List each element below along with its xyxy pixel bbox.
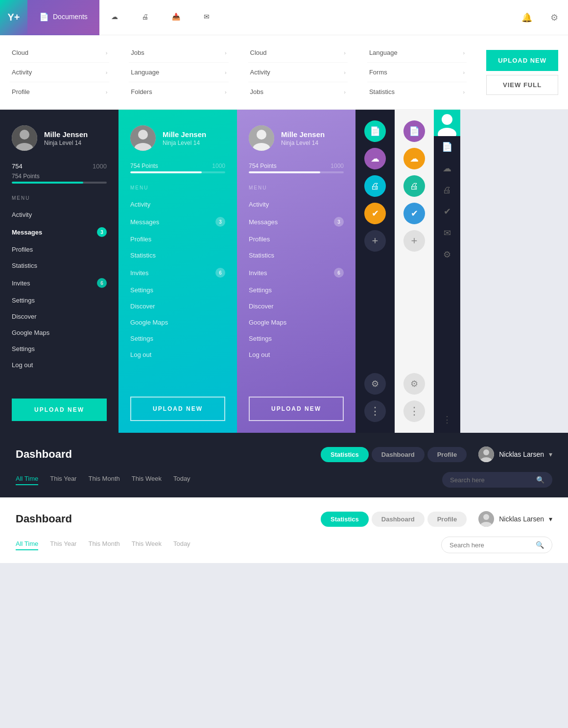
tab-dashboard-dark[interactable]: Dashboard: [372, 447, 425, 462]
icon-check2-btn[interactable]: ✔: [403, 203, 425, 224]
search-icon-dark[interactable]: 🔍: [536, 476, 544, 484]
rs-gear-icon[interactable]: ⚙: [434, 244, 460, 265]
upload-btn-dark[interactable]: UPLOAD NEW: [12, 399, 107, 421]
icon-more-btn[interactable]: ⋮: [364, 400, 386, 422]
icon-gear-right-btn[interactable]: ⚙: [403, 373, 425, 395]
menu-item-settings2-teal[interactable]: Settings: [130, 330, 225, 347]
menu-item-messages-purple[interactable]: Messages 3: [249, 212, 344, 231]
dropdown-item-activity2[interactable]: Activity›: [248, 63, 348, 82]
icon-doc2-btn[interactable]: 📄: [403, 120, 425, 142]
rs-cloud-icon[interactable]: ☁: [434, 158, 460, 179]
icon-add2-btn[interactable]: +: [403, 230, 425, 252]
dropdown-item-cloud2[interactable]: Cloud›: [248, 43, 348, 63]
menu-item-activity-dark[interactable]: Activity: [12, 207, 107, 223]
menu-item-settings-purple[interactable]: Settings: [249, 282, 344, 298]
search-input-light[interactable]: [450, 541, 532, 549]
tab-dashboard-light[interactable]: Dashboard: [372, 512, 425, 527]
user-dropdown-arrow-dark[interactable]: ▾: [549, 450, 552, 458]
menu-item-statistics-teal[interactable]: Statistics: [130, 247, 225, 263]
menu-item-logout-teal[interactable]: Log out: [130, 347, 225, 363]
rs-mail-icon[interactable]: ✉: [434, 222, 460, 244]
icon-cloud-btn[interactable]: ☁: [364, 148, 386, 169]
dropdown-item-statistics[interactable]: Statistics›: [367, 82, 467, 101]
menu-item-settings-teal[interactable]: Settings: [130, 282, 225, 298]
menu-item-googlemaps-dark[interactable]: Google Maps: [12, 325, 107, 341]
tab-statistics-dark[interactable]: Statistics: [321, 447, 369, 462]
nav-tab-upload[interactable]: ☁: [99, 0, 130, 35]
nav-tab-mail[interactable]: ✉: [192, 0, 221, 35]
filter-alltime-light[interactable]: All Time: [16, 540, 38, 550]
dropdown-item-folders[interactable]: Folders›: [129, 82, 228, 101]
menu-item-profiles-purple[interactable]: Profiles: [249, 231, 344, 247]
dropdown-item-language[interactable]: Language›: [129, 63, 228, 82]
bell-button[interactable]: 🔔: [513, 0, 541, 35]
search-icon-light[interactable]: 🔍: [536, 541, 544, 549]
icon-gear-bottom-btn[interactable]: ⚙: [364, 373, 386, 395]
icon-add-btn[interactable]: +: [364, 230, 386, 252]
menu-item-logout-dark[interactable]: Log out: [12, 357, 107, 373]
menu-item-invites-dark[interactable]: Invites 6: [12, 274, 107, 292]
filter-alltime-dark[interactable]: All Time: [16, 475, 38, 485]
rs-check-icon[interactable]: ✔: [434, 201, 460, 222]
menu-item-statistics-purple[interactable]: Statistics: [249, 247, 344, 263]
dropdown-item-profile[interactable]: Profile›: [10, 82, 109, 101]
menu-item-discover-dark[interactable]: Discover: [12, 308, 107, 325]
menu-item-invites-teal[interactable]: Invites 6: [130, 263, 225, 282]
rs-doc-icon[interactable]: 📄: [434, 136, 460, 158]
tab-statistics-light[interactable]: Statistics: [321, 512, 369, 527]
menu-label-teal: MENU: [130, 185, 225, 190]
dropdown-item-forms[interactable]: Forms›: [367, 63, 467, 82]
rs-print-icon[interactable]: 🖨: [434, 179, 460, 201]
nav-tab-print[interactable]: 🖨: [130, 0, 160, 35]
filter-today-light[interactable]: Today: [173, 540, 190, 550]
rs-more-icon[interactable]: ⋮: [443, 406, 451, 433]
filter-thisweek-dark[interactable]: This Week: [132, 475, 162, 485]
filter-thismonth-dark[interactable]: This Month: [88, 475, 119, 485]
menu-item-profiles-teal[interactable]: Profiles: [130, 231, 225, 247]
search-input-dark[interactable]: [450, 476, 532, 484]
menu-item-discover-teal[interactable]: Discover: [130, 298, 225, 314]
view-full-button[interactable]: VIEW FULL: [486, 75, 558, 95]
menu-item-statistics-dark[interactable]: Statistics: [12, 258, 107, 274]
menu-item-profiles-dark[interactable]: Profiles: [12, 241, 107, 258]
icon-check-btn[interactable]: ✔: [364, 203, 386, 224]
upload-btn-teal[interactable]: UPLOAD NEW: [130, 397, 225, 421]
menu-item-messages-dark[interactable]: Messages 3: [12, 223, 107, 241]
filter-thismonth-light[interactable]: This Month: [88, 540, 119, 550]
tab-profile-light[interactable]: Profile: [427, 512, 467, 527]
filter-thisyear-dark[interactable]: This Year: [50, 475, 76, 485]
filter-thisweek-light[interactable]: This Week: [132, 540, 162, 550]
icon-print2-btn[interactable]: 🖨: [403, 175, 425, 197]
icon-doc-btn[interactable]: 📄: [364, 120, 386, 142]
tab-profile-dark[interactable]: Profile: [427, 447, 467, 462]
menu-item-logout-purple[interactable]: Log out: [249, 347, 344, 363]
menu-item-activity-purple[interactable]: Activity: [249, 196, 344, 212]
dropdown-item-language2[interactable]: Language›: [367, 43, 467, 63]
user-dropdown-arrow-light[interactable]: ▾: [549, 515, 552, 523]
nav-tab-documents[interactable]: 📄 Documents: [27, 0, 99, 35]
menu-item-settings2-dark[interactable]: Settings: [12, 341, 107, 357]
upload-btn-purple[interactable]: UPLOAD NEW: [249, 397, 344, 421]
menu-item-invites-purple[interactable]: Invites 6: [249, 263, 344, 282]
menu-item-discover-purple[interactable]: Discover: [249, 298, 344, 314]
logo[interactable]: Y+: [0, 0, 27, 35]
dropdown-item-jobs2[interactable]: Jobs›: [248, 82, 348, 101]
dropdown-item-cloud[interactable]: Cloud›: [10, 43, 109, 63]
menu-item-messages-teal[interactable]: Messages 3: [130, 212, 225, 231]
nav-tab-inbox[interactable]: 📥: [160, 0, 192, 35]
menu-item-settings-dark[interactable]: Settings: [12, 292, 107, 308]
menu-item-settings2-purple[interactable]: Settings: [249, 330, 344, 347]
icon-print-btn[interactable]: 🖨: [364, 175, 386, 197]
upload-new-button[interactable]: UPLOAD NEW: [486, 50, 558, 71]
dropdown-item-activity[interactable]: Activity›: [10, 63, 109, 82]
menu-item-activity-teal[interactable]: Activity: [130, 196, 225, 212]
menu-item-googlemaps-teal[interactable]: Google Maps: [130, 314, 225, 330]
icon-more-right-btn[interactable]: ⋮: [403, 400, 425, 422]
icon-cloud2-btn[interactable]: ☁: [403, 148, 425, 169]
filter-today-dark[interactable]: Today: [173, 475, 190, 485]
filter-thisyear-light[interactable]: This Year: [50, 540, 76, 550]
dropdown-item-jobs[interactable]: Jobs›: [129, 43, 228, 63]
menu-item-googlemaps-purple[interactable]: Google Maps: [249, 314, 344, 330]
settings-button[interactable]: ⚙: [541, 0, 568, 35]
svg-point-7: [257, 130, 266, 140]
